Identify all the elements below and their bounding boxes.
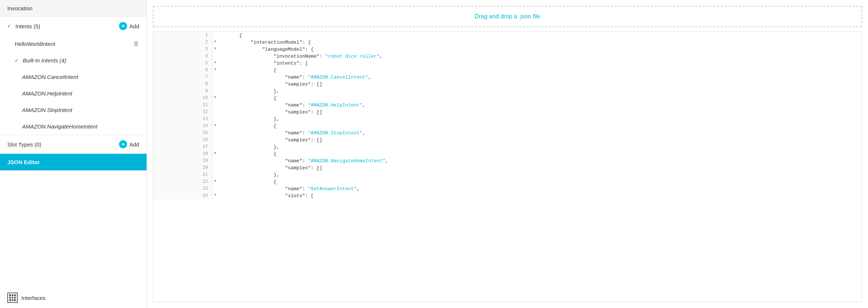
- line-arrow: [212, 88, 236, 95]
- add-slot-icon: +: [119, 140, 127, 148]
- cancel-intent-label: AMAZON.CancelIntent: [22, 74, 78, 80]
- line-number: 8: [153, 81, 212, 88]
- line-code: "languageModel": {: [236, 46, 861, 53]
- add-slot-label: Add: [129, 141, 139, 148]
- line-code: "interactionModel": {: [236, 39, 861, 46]
- line-arrow: [212, 164, 236, 171]
- table-row: 16 "samples": []: [153, 137, 862, 144]
- hello-world-label: HelloWorldIntent: [15, 41, 55, 47]
- line-arrow: ▼: [212, 178, 236, 185]
- line-arrow: [212, 144, 236, 151]
- line-arrow: [212, 74, 236, 81]
- line-arrow: ▼: [212, 67, 236, 74]
- line-code: "samples": []: [236, 81, 861, 88]
- line-code: "name": "AMAZON.NavigateHomeIntent",: [236, 157, 861, 164]
- navigate-home-label: AMAZON.NavigateHomeIntent: [22, 123, 97, 130]
- drop-zone[interactable]: Drag and drop a .json file: [153, 6, 862, 27]
- line-number: 4: [153, 53, 212, 60]
- table-row: 12 "samples": []: [153, 109, 862, 116]
- line-code: "name": "SetAnswerIntent",: [236, 185, 861, 192]
- line-number: 22: [153, 178, 212, 185]
- table-row: 3▼ "languageModel": {: [153, 46, 862, 53]
- table-row: 17 },: [153, 144, 862, 151]
- table-row: 6▼ {: [153, 67, 862, 74]
- line-number: 23: [153, 185, 212, 192]
- line-number: 6: [153, 67, 212, 74]
- line-code: {: [236, 178, 861, 185]
- table-row: 22▼ {: [153, 178, 862, 185]
- line-arrow: [212, 185, 236, 192]
- table-row: 2▼ "interactionModel": {: [153, 39, 862, 46]
- line-number: 11: [153, 102, 212, 109]
- line-number: 14: [153, 123, 212, 130]
- line-number: 1: [153, 32, 212, 39]
- line-number: 2: [153, 39, 212, 46]
- add-slot-types-button[interactable]: + Add: [119, 140, 139, 148]
- code-table: 1{2▼ "interactionModel": {3▼ "languageMo…: [153, 32, 862, 199]
- sidebar-item-hello-world[interactable]: HelloWorldIntent 🗑: [0, 35, 147, 52]
- line-arrow: ▼: [212, 60, 236, 67]
- line-arrow: [212, 102, 236, 109]
- table-row: 9 },: [153, 88, 862, 95]
- sidebar: Invocation ✓ Intents (5) + Add HelloWorl…: [0, 0, 147, 308]
- line-arrow: ▼: [212, 39, 236, 46]
- line-code: {: [236, 151, 861, 157]
- sidebar-item-interfaces[interactable]: Interfaces: [0, 287, 147, 308]
- line-arrow: [212, 116, 236, 123]
- sidebar-item-navigate-home[interactable]: AMAZON.NavigateHomeIntent: [0, 118, 147, 135]
- drop-zone-text: Drag and drop a .json file: [475, 13, 540, 19]
- line-number: 21: [153, 171, 212, 178]
- line-code: {: [236, 67, 861, 74]
- line-code: "samples": []: [236, 164, 861, 171]
- line-number: 19: [153, 157, 212, 164]
- sidebar-item-help[interactable]: AMAZON.HelpIntent: [0, 85, 147, 102]
- chevron-builtin-icon: ✓: [15, 58, 18, 63]
- line-number: 17: [153, 144, 212, 151]
- line-code: "samples": []: [236, 109, 861, 116]
- line-code: {: [236, 32, 861, 39]
- sidebar-item-intents[interactable]: ✓ Intents (5) + Add: [0, 17, 147, 35]
- line-number: 3: [153, 46, 212, 53]
- table-row: 24▼ "slots": [: [153, 192, 862, 199]
- sidebar-item-json-editor[interactable]: JSON Editor: [0, 154, 147, 170]
- line-arrow: [212, 53, 236, 60]
- table-row: 10▼ {: [153, 95, 862, 102]
- line-code: {: [236, 95, 861, 102]
- sidebar-item-invocation[interactable]: Invocation: [0, 0, 147, 17]
- add-intents-button[interactable]: + Add: [119, 22, 139, 30]
- line-number: 10: [153, 95, 212, 102]
- line-number: 7: [153, 74, 212, 81]
- sidebar-item-builtin-intents[interactable]: ✓ Built-In Intents (4): [0, 52, 147, 69]
- line-code: "name": "AMAZON.StopIntent",: [236, 130, 861, 137]
- line-number: 12: [153, 109, 212, 116]
- stop-intent-label: AMAZON.StopIntent: [22, 107, 72, 113]
- table-row: 14▼ {: [153, 123, 862, 130]
- chevron-intents-icon: ✓: [7, 23, 11, 29]
- table-row: 19 "name": "AMAZON.NavigateHomeIntent",: [153, 157, 862, 164]
- divider-4: [0, 170, 147, 171]
- trash-icon[interactable]: 🗑: [133, 40, 139, 47]
- table-row: 18▼ {: [153, 151, 862, 157]
- line-code: },: [236, 171, 861, 178]
- invocation-label: Invocation: [7, 5, 32, 11]
- line-code: "slots": [: [236, 192, 861, 199]
- sidebar-item-cancel[interactable]: AMAZON.CancelIntent: [0, 69, 147, 85]
- table-row: 7 "name": "AMAZON.CancelIntent",: [153, 74, 862, 81]
- line-code: },: [236, 88, 861, 95]
- code-editor[interactable]: 1{2▼ "interactionModel": {3▼ "languageMo…: [153, 32, 862, 302]
- table-row: 11 "name": "AMAZON.HelpIntent",: [153, 102, 862, 109]
- line-arrow: [212, 32, 236, 39]
- line-number: 20: [153, 164, 212, 171]
- sidebar-item-slot-types[interactable]: Slot Types (0) + Add: [0, 135, 147, 153]
- line-number: 13: [153, 116, 212, 123]
- line-code: "invocationName": "robot dice roller",: [236, 53, 861, 60]
- line-code: "samples": []: [236, 137, 861, 144]
- line-code: },: [236, 116, 861, 123]
- add-intents-icon: +: [119, 22, 127, 30]
- table-row: 5▼ "intents": [: [153, 60, 862, 67]
- line-code: },: [236, 144, 861, 151]
- line-number: 5: [153, 60, 212, 67]
- sidebar-item-stop[interactable]: AMAZON.StopIntent: [0, 102, 147, 118]
- help-intent-label: AMAZON.HelpIntent: [22, 90, 72, 97]
- line-code: "name": "AMAZON.CancelIntent",: [236, 74, 861, 81]
